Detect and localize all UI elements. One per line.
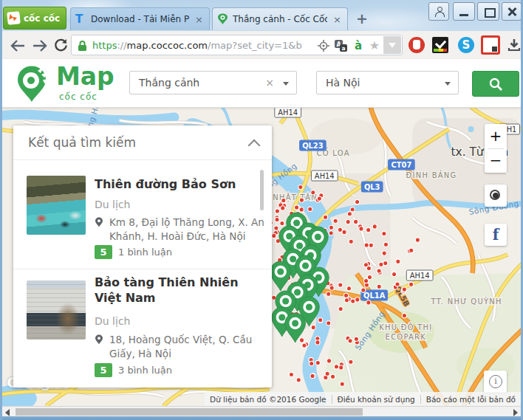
location-target-icon[interactable] — [318, 40, 329, 52]
search-input[interactable]: Thắng cảnh × — [129, 71, 297, 94]
red-place-marker[interactable] — [402, 313, 406, 317]
red-place-marker[interactable] — [349, 239, 353, 244]
red-place-marker[interactable] — [327, 321, 331, 326]
red-place-marker[interactable] — [338, 283, 343, 287]
red-place-marker[interactable] — [310, 361, 314, 365]
screenshot-extension-button[interactable] — [481, 35, 500, 55]
red-place-marker[interactable] — [327, 292, 331, 296]
save-dropdown-button[interactable] — [383, 36, 401, 54]
red-place-marker[interactable] — [355, 297, 360, 302]
red-place-marker[interactable] — [280, 221, 284, 225]
red-place-marker[interactable] — [351, 299, 355, 303]
reload-button[interactable] — [51, 36, 70, 55]
red-place-marker[interactable] — [366, 266, 371, 270]
red-place-marker[interactable] — [383, 242, 388, 247]
tab-download[interactable]: T Download - Tải Miễn Phí V × — [70, 7, 210, 30]
red-place-marker[interactable] — [281, 199, 286, 203]
review-count[interactable]: 3 bình luận — [118, 363, 172, 377]
red-place-marker[interactable] — [275, 217, 279, 221]
skype-extension-button[interactable]: S — [457, 35, 476, 55]
red-place-marker[interactable] — [311, 190, 315, 195]
red-place-marker[interactable] — [296, 378, 301, 382]
red-place-marker[interactable] — [333, 218, 338, 223]
red-place-marker[interactable] — [299, 338, 304, 342]
profile-button[interactable] — [428, 2, 449, 21]
red-place-marker[interactable] — [382, 251, 386, 255]
red-place-marker[interactable] — [392, 272, 396, 276]
site-check-extension-button[interactable] — [431, 35, 450, 55]
result-thumbnail[interactable] — [27, 176, 86, 235]
search-button[interactable] — [472, 71, 519, 97]
map-canvas[interactable]: CỔ LOAĐÌNH BẢNGNHẬT TÂNTT. NHƯ QUỲNHKHU … — [2, 107, 521, 406]
red-place-marker[interactable] — [272, 233, 276, 238]
red-place-marker[interactable] — [409, 282, 413, 286]
red-place-marker[interactable] — [366, 300, 371, 305]
new-tab-button[interactable]: + — [356, 10, 368, 27]
red-place-marker[interactable] — [350, 207, 355, 212]
red-place-marker[interactable] — [334, 365, 338, 369]
red-place-marker[interactable] — [347, 212, 352, 216]
maximize-button[interactable] — [477, 2, 499, 21]
red-place-marker[interactable] — [377, 284, 381, 289]
red-place-marker[interactable] — [342, 230, 346, 234]
red-place-marker[interactable] — [372, 224, 377, 229]
red-place-marker[interactable] — [415, 238, 420, 242]
tab-close-icon[interactable]: × — [194, 14, 205, 25]
red-place-marker[interactable] — [367, 275, 372, 279]
browser-menu-button[interactable]: cốc cốc — [3, 7, 66, 30]
scrollbar-thumb[interactable] — [16, 408, 363, 416]
red-place-marker[interactable] — [349, 359, 353, 364]
red-place-marker[interactable] — [396, 259, 400, 264]
scroll-right-arrow-icon[interactable] — [513, 409, 518, 416]
red-place-marker[interactable] — [308, 207, 312, 211]
red-place-marker[interactable] — [274, 226, 278, 230]
red-place-marker[interactable] — [338, 306, 343, 311]
back-button[interactable] — [8, 36, 27, 55]
red-place-marker[interactable] — [315, 360, 320, 365]
result-title[interactable]: Thiên đường Bảo Sơn — [95, 177, 256, 193]
red-place-marker[interactable] — [402, 287, 406, 292]
result-title[interactable]: Bảo tàng Thiên Nhiên Việt Nam — [95, 275, 256, 306]
red-place-marker[interactable] — [354, 219, 358, 224]
clear-search-icon[interactable]: × — [265, 77, 274, 89]
forward-button[interactable] — [30, 36, 49, 55]
red-place-marker[interactable] — [289, 372, 293, 376]
red-place-marker[interactable] — [323, 215, 327, 219]
red-place-marker[interactable] — [409, 248, 414, 252]
red-place-marker[interactable] — [302, 343, 307, 348]
panel-scrollbar-thumb[interactable] — [260, 170, 264, 210]
red-place-marker[interactable] — [299, 207, 304, 212]
close-button[interactable] — [502, 2, 522, 21]
red-place-marker[interactable] — [383, 261, 388, 265]
horizontal-scrollbar[interactable] — [2, 406, 521, 416]
tab-coccoc-map[interactable]: Thắng cảnh - Cốc Cốc Map × — [212, 7, 348, 30]
red-place-marker[interactable] — [311, 326, 315, 330]
red-place-marker[interactable] — [348, 339, 352, 343]
red-place-marker[interactable] — [318, 318, 323, 323]
terms-of-use-link[interactable]: Điều khoản sử dụng — [332, 395, 420, 404]
city-input[interactable]: Hà Nội — [316, 71, 459, 94]
red-place-marker[interactable] — [343, 293, 348, 297]
red-place-marker[interactable] — [315, 340, 320, 345]
zoom-out-button[interactable]: − — [485, 148, 507, 173]
red-place-marker[interactable] — [281, 206, 285, 210]
red-place-marker[interactable] — [361, 288, 366, 292]
city-dropdown-caret-icon[interactable] — [445, 82, 451, 86]
red-place-marker[interactable] — [382, 231, 386, 235]
red-place-marker[interactable] — [344, 298, 349, 303]
red-place-marker[interactable] — [364, 243, 369, 247]
facebook-share-button[interactable]: f — [485, 224, 507, 246]
red-place-marker[interactable] — [310, 373, 315, 378]
red-place-marker[interactable] — [355, 199, 360, 204]
red-place-marker[interactable] — [359, 227, 363, 231]
zoom-in-button[interactable]: + — [485, 124, 507, 148]
map-logo-title[interactable]: Map — [56, 62, 114, 91]
red-place-marker[interactable] — [395, 282, 400, 286]
downloads-button[interactable] — [505, 35, 523, 55]
url-text[interactable]: https://map.coccoc.com/map?set_city=1&b — [92, 40, 302, 51]
red-place-marker[interactable] — [331, 374, 335, 379]
red-place-marker[interactable] — [346, 286, 351, 291]
red-place-marker[interactable] — [325, 371, 329, 376]
search-dropdown-caret-icon[interactable] — [283, 82, 289, 86]
red-place-marker[interactable] — [317, 196, 321, 201]
